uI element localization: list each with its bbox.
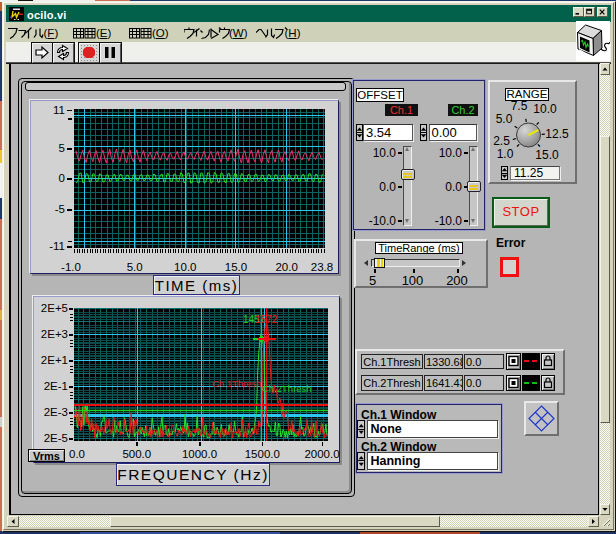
svg-text:1572: 1572: [255, 314, 278, 325]
svg-text:Ch.2Thresh: Ch.2Thresh: [262, 383, 312, 394]
svg-text:Ch.1Thresh: Ch.1Thresh: [212, 378, 262, 389]
